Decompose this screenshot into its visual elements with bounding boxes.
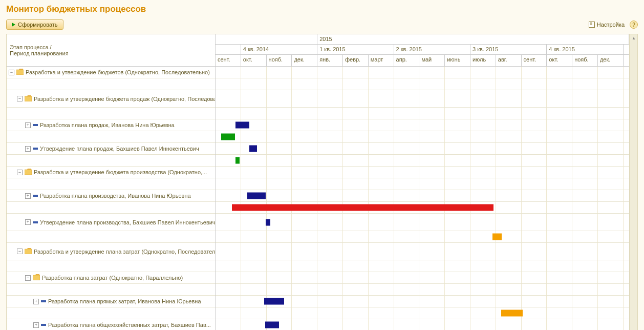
folder-icon [33, 274, 40, 281]
tree-label[interactable]: Разработка плана продаж, Иванова Нина Юр… [40, 122, 175, 128]
timeline-row [216, 155, 629, 167]
collapse-icon[interactable]: − [25, 275, 31, 281]
tree-label[interactable]: Утверждение плана продаж, Бахшиев Павел … [40, 146, 199, 152]
timeline-row [216, 272, 629, 284]
timeline-row [216, 231, 629, 243]
svg-rect-2 [25, 170, 32, 175]
vertical-scrollbar[interactable]: ▲ ▼ [629, 34, 637, 330]
expand-icon[interactable]: + [33, 322, 39, 328]
folder-icon [25, 169, 32, 176]
help-icon[interactable]: ? [630, 20, 638, 29]
expand-icon[interactable]: + [25, 122, 31, 128]
tree-row: −Разработка и утверждение бюджета произв… [7, 167, 215, 178]
tree-label[interactable]: Утверждение плана производства, Бахшиев … [40, 219, 215, 225]
task-icon [41, 324, 46, 326]
tree-row: +Разработка плана производства, Иванова … [7, 190, 215, 202]
expand-icon[interactable]: + [25, 146, 31, 152]
gantt-bar[interactable] [247, 193, 266, 199]
tree-row: +Разработка плана общехозяйственных затр… [7, 319, 215, 330]
header-month: сент. [522, 55, 547, 66]
header-year: 2015 [317, 34, 629, 44]
tree-row: −Разработка и утверждение плана затрат (… [7, 243, 215, 260]
header-month: дек. [598, 55, 624, 66]
tree-row: −Разработка и утверждение бюджета продаж… [7, 90, 215, 108]
timeline-row [216, 108, 629, 119]
header-month: дек. [292, 55, 317, 66]
settings-link[interactable]: Настройка [589, 22, 625, 28]
task-icon [33, 221, 38, 223]
timeline-row [216, 214, 629, 231]
tree-row-blank [7, 284, 215, 296]
header-month: сент. [216, 55, 241, 66]
expand-icon[interactable]: + [33, 299, 39, 304]
header-quarter: 1 кв. 2015 [317, 45, 394, 55]
gantt-bar[interactable] [221, 134, 235, 140]
settings-icon [589, 22, 595, 28]
tree-label[interactable]: Разработка плана прямых затрат, Иванова … [48, 298, 201, 304]
header-month: март [369, 55, 394, 66]
collapse-icon[interactable]: − [9, 70, 14, 75]
generate-button[interactable]: Сформировать [6, 19, 63, 30]
header-month: июль [470, 55, 496, 66]
timeline-row [216, 178, 629, 190]
timeline-row [216, 319, 629, 330]
gantt-bar[interactable] [501, 310, 523, 317]
toolbar: Сформировать Настройка ? [6, 19, 638, 30]
play-icon [12, 23, 15, 27]
header-month: апр. [394, 55, 420, 66]
header-month: июнь [445, 55, 470, 66]
timeline-row [216, 260, 629, 272]
timeline-row [216, 167, 629, 178]
folder-icon [25, 248, 32, 255]
timeline-row [216, 243, 629, 260]
gantt-bar[interactable] [265, 322, 279, 328]
header-month: авг. [496, 55, 522, 66]
tree-row [7, 202, 215, 214]
tree-row: +Разработка плана прямых затрат, Иванова… [7, 296, 215, 307]
gantt-bar[interactable] [264, 298, 285, 305]
folder-icon [16, 69, 24, 76]
expand-icon[interactable]: + [25, 219, 31, 225]
tree-row: +Утверждение плана продаж, Бахшиев Павел… [7, 143, 215, 155]
tree-label[interactable]: Разработка и утверждение бюджета продаж … [34, 96, 215, 102]
scroll-up-arrow[interactable]: ▲ [630, 35, 637, 42]
header-quarter-blank [216, 45, 241, 55]
gantt-bar[interactable] [235, 157, 240, 164]
expand-icon[interactable]: + [25, 193, 31, 199]
collapse-icon[interactable]: − [17, 96, 23, 101]
task-icon [33, 195, 38, 197]
tree-row: −Разработка плана затрат (Однократно, Па… [7, 272, 215, 284]
gantt-bar[interactable] [232, 204, 493, 211]
svg-rect-4 [33, 275, 40, 280]
collapse-icon[interactable]: − [17, 170, 23, 175]
tree-label[interactable]: Разработка и утверждение бюджета произво… [34, 169, 207, 175]
header-month: окт. [241, 55, 267, 66]
gantt-grid: Этап процесса / Период планирования −Раз… [6, 34, 638, 330]
gantt-bar[interactable] [266, 219, 270, 225]
timeline-row [216, 78, 629, 90]
header-month: нояб. [267, 55, 292, 66]
gantt-bar[interactable] [249, 146, 257, 152]
timeline-row [216, 307, 629, 319]
timeline-row [216, 67, 629, 78]
header-left-label: Этап процесса / Период планирования [7, 34, 215, 67]
tree-label[interactable]: Разработка плана общехозяйственных затра… [48, 322, 211, 328]
task-icon [33, 148, 38, 150]
header-month: февр. [343, 55, 369, 66]
tree-row: +Утверждение плана производства, Бахшиев… [7, 214, 215, 231]
collapse-icon[interactable]: − [17, 249, 23, 254]
tree-label[interactable]: Разработка и утверждение бюджетов (Однок… [26, 69, 210, 75]
header-year-blank [216, 34, 317, 44]
tree-label[interactable]: Разработка плана затрат (Однократно, Пар… [42, 275, 183, 281]
tree-label[interactable]: Разработка плана производства, Иванова Н… [40, 193, 191, 199]
gantt-bar[interactable] [492, 234, 501, 240]
gantt-bar[interactable] [235, 122, 249, 129]
tree-row: −Разработка и утверждение бюджетов (Одно… [7, 67, 215, 78]
task-icon [33, 124, 38, 126]
timeline-row [216, 119, 629, 131]
tree-row [7, 307, 215, 319]
folder-icon [25, 95, 32, 102]
tree-label[interactable]: Разработка и утверждение плана затрат (О… [34, 249, 215, 255]
timeline-row [216, 296, 629, 307]
settings-label: Настройка [597, 22, 625, 28]
